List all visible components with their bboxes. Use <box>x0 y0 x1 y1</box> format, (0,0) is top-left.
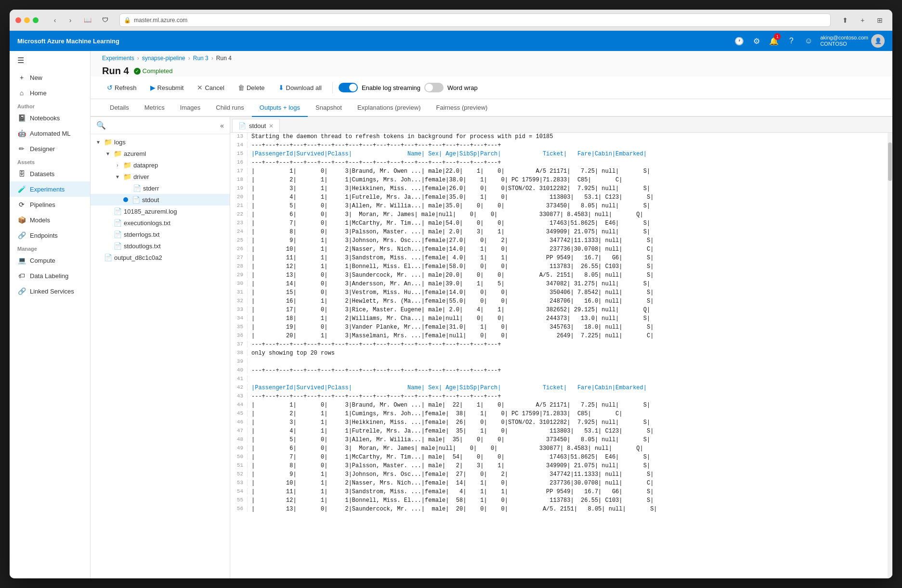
close-button[interactable] <box>15 17 21 23</box>
history-icon[interactable]: 🕐 <box>733 35 745 47</box>
forward-button[interactable]: › <box>64 13 77 27</box>
experiments-icon: 🧪 <box>17 185 26 193</box>
tree-label-stderrlogs: stderrlogs.txt <box>124 231 159 238</box>
sidebar-item-new[interactable]: + New <box>10 70 90 85</box>
breadcrumb-run3[interactable]: Run 3 <box>193 55 209 62</box>
log-line: 30| 14| 0| 3|Andersson, Mr. An...| male|… <box>230 280 888 289</box>
tab-details[interactable]: Details <box>102 99 137 117</box>
log-tab-close-icon[interactable]: ✕ <box>269 123 274 129</box>
user-avatar[interactable]: 👤 <box>871 34 885 48</box>
tree-item-azureml-log[interactable]: 📄 10185_azureml.log <box>91 205 230 217</box>
feedback-icon[interactable]: ☺ <box>803 35 814 47</box>
sidebar-item-designer[interactable]: ✏ Designer <box>10 141 90 156</box>
share-icon[interactable]: ⬆ <box>838 13 852 27</box>
tab-fairness[interactable]: Fairness (preview) <box>428 99 495 117</box>
log-viewer: 📄 stdout ✕ 13Starting the daemon thread … <box>230 117 892 578</box>
line-number: 22 <box>230 211 248 217</box>
refresh-button[interactable]: ↺ Refresh <box>102 81 142 94</box>
line-content: | 6| 0| 3| Moran, Mr. James| male|null| … <box>248 211 888 218</box>
user-email: aking@contoso.com <box>820 35 868 41</box>
tree-item-executionlogs[interactable]: 📄 executionlogs.txt <box>91 217 230 229</box>
back-button[interactable]: ‹ <box>48 13 62 27</box>
tab-explanations[interactable]: Explanations (preview) <box>350 99 429 117</box>
minimize-button[interactable] <box>24 17 30 23</box>
sidebar-item-compute[interactable]: 💻 Compute <box>10 253 90 268</box>
tab-metrics[interactable]: Metrics <box>137 99 172 117</box>
line-content: | 2| 1| 1|Cumings, Mrs. Joh...|female|38… <box>248 176 888 184</box>
tab-outputs-logs[interactable]: Outputs + logs <box>252 99 308 117</box>
line-number: 39 <box>230 358 248 365</box>
sidebar-item-endpoints[interactable]: 🔗 Endpoints <box>10 228 90 243</box>
user-org: CONTOSO <box>820 41 868 47</box>
fullscreen-button[interactable] <box>33 17 39 23</box>
log-line: 44| 1| 0| 3|Braund, Mr. Owen ...| male| … <box>230 401 888 410</box>
tree-item-stdoutlogs[interactable]: 📄 stdoutlogs.txt <box>91 240 230 252</box>
delete-button[interactable]: 🗑 Delete <box>233 81 270 94</box>
log-file-tab[interactable]: 📄 stdout ✕ <box>232 119 280 132</box>
tree-item-azureml[interactable]: ▼ 📁 azureml <box>91 148 230 159</box>
cancel-button[interactable]: ✕ Cancel <box>192 81 229 94</box>
expand-logs-icon[interactable]: ▼ <box>94 140 102 145</box>
refresh-label: Refresh <box>115 84 137 91</box>
scrollbar-thumb[interactable] <box>888 142 892 181</box>
notifications-icon[interactable]: 🔔 1 <box>768 35 780 47</box>
new-tab-icon[interactable]: + <box>856 13 869 27</box>
user-info[interactable]: aking@contoso.com CONTOSO 👤 <box>820 34 885 48</box>
sidebar-item-notebooks[interactable]: 📓 Notebooks <box>10 110 90 126</box>
log-line: 47| 4| 1| 1|Futrelle, Mrs. Ja...|female|… <box>230 427 888 436</box>
sidebar-item-pipelines[interactable]: ⟳ Pipelines <box>10 197 90 212</box>
sidebar-item-home[interactable]: ⌂ Home <box>10 85 90 101</box>
settings-icon[interactable]: ⚙ <box>751 35 762 47</box>
tree-item-dataprep[interactable]: › 📁 dataprep <box>91 159 230 171</box>
breadcrumb-sep-2: › <box>188 55 190 62</box>
resubmit-button[interactable]: ▶ Resubmit <box>145 81 189 94</box>
scrollbar[interactable] <box>888 133 892 578</box>
file-search-icon[interactable]: 🔍 <box>96 121 106 130</box>
sidebar-item-linked-services[interactable]: 🔗 Linked Services <box>10 283 90 299</box>
tree-item-driver[interactable]: ▼ 📁 driver <box>91 171 230 182</box>
expand-driver-icon[interactable]: ▼ <box>114 174 121 179</box>
tree-item-stderr[interactable]: 📄 stderr <box>91 182 230 194</box>
line-content: | 9| 1| 3|Johnson, Mrs. Osc...|female|27… <box>248 237 888 244</box>
sidebar-item-experiments[interactable]: 🧪 Experiments <box>10 181 90 197</box>
folder-icon: 📁 <box>114 150 122 157</box>
status-dot: ✓ <box>134 68 141 75</box>
sidebar-item-automated-ml[interactable]: 🤖 Automated ML <box>10 126 90 141</box>
sidebar-assets-section: Assets <box>10 156 90 166</box>
breadcrumb-synapse-pipeline[interactable]: synapse-pipeline <box>142 55 185 62</box>
line-number: 53 <box>230 479 248 486</box>
sidebar-item-datasets[interactable]: 🗄 Datasets <box>10 166 90 181</box>
tree-item-output[interactable]: 📄 output_d8c1c0a2 <box>91 252 230 263</box>
expand-dataprep-icon[interactable]: › <box>114 163 121 168</box>
tree-item-logs[interactable]: ▼ 📁 logs <box>91 136 230 148</box>
breadcrumb: Experiments › synapse-pipeline › Run 3 ›… <box>91 51 892 62</box>
line-number: 51 <box>230 462 248 469</box>
help-icon[interactable]: ? <box>785 35 797 47</box>
sidebar-item-data-labeling[interactable]: 🏷 Data Labeling <box>10 268 90 283</box>
resubmit-label: Resubmit <box>157 84 184 91</box>
lock-icon: 🔒 <box>124 17 131 24</box>
line-number: 48 <box>230 436 248 443</box>
hamburger-menu[interactable]: ☰ <box>10 51 90 70</box>
log-line: 32| 16| 1| 2|Hewlett, Mrs. (Ma...|female… <box>230 297 888 306</box>
expand-azureml-icon[interactable]: ▼ <box>104 151 112 156</box>
download-all-button[interactable]: ⬇ Download all <box>274 81 327 94</box>
word-wrap-toggle[interactable] <box>424 83 444 92</box>
breadcrumb-experiments[interactable]: Experiments <box>102 55 134 62</box>
tree-item-stdout[interactable]: 📄 stdout <box>91 194 230 205</box>
tab-child-runs[interactable]: Child runs <box>208 99 252 117</box>
collapse-tree-icon[interactable]: « <box>220 122 224 129</box>
log-streaming-toggle[interactable] <box>339 83 358 92</box>
sidebar-toggle-icon[interactable]: ⊞ <box>873 13 887 27</box>
status-badge: ✓ Completed <box>134 67 173 75</box>
line-number: 43 <box>230 393 248 399</box>
address-bar[interactable]: 🔒 master.ml.azure.com <box>119 13 831 27</box>
linked-services-icon: 🔗 <box>17 287 26 295</box>
tab-images[interactable]: Images <box>172 99 209 117</box>
log-content[interactable]: 13Starting the daemon thread to refresh … <box>230 133 888 578</box>
tab-snapshot[interactable]: Snapshot <box>308 99 350 117</box>
sidebar-item-models[interactable]: 📦 Models <box>10 212 90 228</box>
refresh-icon: ↺ <box>107 84 113 91</box>
tree-item-stderrlogs[interactable]: 📄 stderrlogs.txt <box>91 229 230 240</box>
line-number: 35 <box>230 323 248 330</box>
